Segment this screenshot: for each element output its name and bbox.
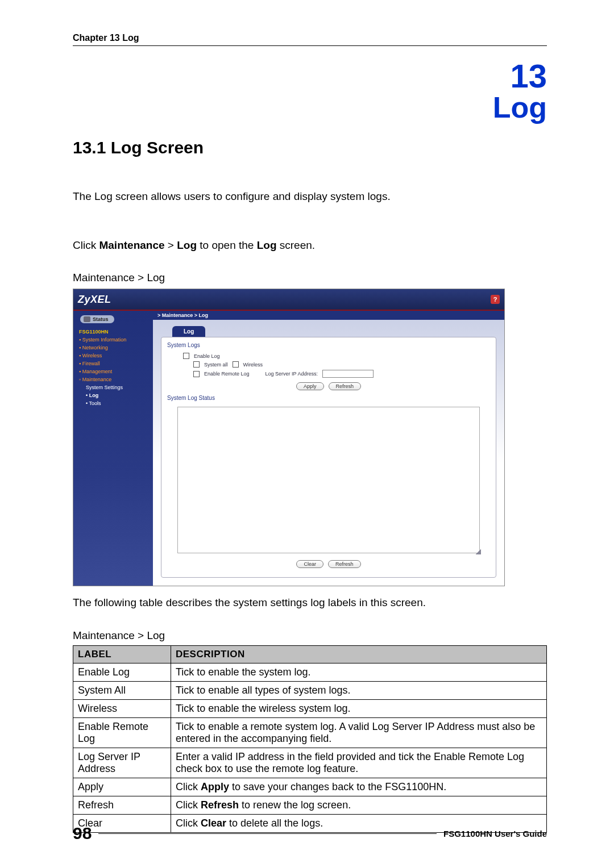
text: screen. bbox=[277, 239, 316, 251]
text: Click bbox=[176, 799, 201, 811]
sidebar-sub-tools[interactable]: • Tools bbox=[76, 399, 151, 407]
logo-bar: ZyXEL ? bbox=[73, 289, 504, 311]
label: Management bbox=[82, 369, 113, 374]
table-row: Log Server IP Address Enter a valid IP a… bbox=[73, 748, 547, 778]
footer-rule bbox=[98, 833, 437, 834]
bold: Refresh bbox=[201, 799, 239, 811]
sidebar-item-networking[interactable]: ▪ Networking bbox=[76, 344, 151, 352]
bold: Apply bbox=[201, 781, 229, 792]
cell-desc: Tick to enable the wireless system log. bbox=[171, 699, 547, 717]
sidebar: Status FSG1100HN ▪ System Information ▪ … bbox=[73, 311, 153, 586]
label: Networking bbox=[82, 345, 108, 350]
system-log-status-heading: System Log Status bbox=[167, 395, 490, 401]
wireless-label: Wireless bbox=[243, 362, 263, 368]
server-ip-input[interactable] bbox=[322, 370, 374, 378]
log-bold: Log bbox=[177, 239, 197, 251]
main-area: > Maintenance > Log Log System Logs Enab… bbox=[153, 311, 504, 586]
panel: System Logs Enable Log System all Wirele… bbox=[161, 337, 496, 578]
text: > bbox=[165, 239, 177, 251]
text: to renew the log screen. bbox=[239, 799, 351, 811]
table-row: System All Tick to enable all types of s… bbox=[73, 681, 547, 699]
tab-log[interactable]: Log bbox=[172, 326, 205, 337]
description-table: LABEL DESCRIPTION Enable Log Tick to ena… bbox=[73, 645, 547, 833]
intro-paragraph: The Log screen allows users to configure… bbox=[73, 189, 547, 204]
enable-log-checkbox[interactable] bbox=[183, 353, 189, 359]
th-label: LABEL bbox=[73, 645, 171, 663]
label: System Information bbox=[82, 337, 127, 343]
cell-label: Enable Log bbox=[73, 663, 171, 681]
chapter-title: Log bbox=[73, 93, 547, 122]
table-row: Apply Click Apply to save your changes b… bbox=[73, 778, 547, 796]
cell-desc: Click Apply to save your changes back to… bbox=[171, 778, 547, 796]
cell-label: Log Server IP Address bbox=[73, 748, 171, 778]
label: Maintenance bbox=[82, 377, 112, 382]
cell-desc: Click Refresh to renew the log screen. bbox=[171, 796, 547, 814]
cell-label: System All bbox=[73, 681, 171, 699]
cell-desc: Tick to enable all types of system logs. bbox=[171, 681, 547, 699]
system-all-checkbox[interactable] bbox=[193, 361, 200, 368]
guide-name: FSG1100HN User's Guide bbox=[437, 829, 547, 838]
label: Wireless bbox=[82, 353, 102, 358]
refresh2-button[interactable]: Refresh bbox=[328, 560, 361, 568]
text: to open the bbox=[197, 239, 257, 251]
figure-caption: Maintenance > Log bbox=[73, 272, 547, 284]
maintenance-bold: Maintenance bbox=[99, 239, 164, 251]
running-header: Chapter 13 Log bbox=[73, 33, 547, 46]
table-row: Refresh Click Refresh to renew the log s… bbox=[73, 796, 547, 814]
click-instruction: Click Maintenance > Log to open the Log … bbox=[73, 238, 547, 253]
row-enable-log: Enable Log bbox=[167, 352, 490, 360]
apply-button[interactable]: Apply bbox=[296, 382, 324, 390]
refresh-button[interactable]: Refresh bbox=[329, 382, 362, 390]
system-logs-heading: System Logs bbox=[167, 342, 490, 348]
following-paragraph: The following table describes the system… bbox=[73, 595, 547, 610]
screenshot-body: Status FSG1100HN ▪ System Information ▪ … bbox=[73, 311, 504, 586]
cell-label: Apply bbox=[73, 778, 171, 796]
text: Click bbox=[176, 781, 201, 792]
cell-desc: Tick to enable the system log. bbox=[171, 663, 547, 681]
row-categories: System all Wireless bbox=[167, 360, 490, 369]
screenshot: ZyXEL ? Status FSG1100HN ▪ System Inform… bbox=[73, 289, 505, 586]
cell-label: Wireless bbox=[73, 699, 171, 717]
chapter-number: 13 bbox=[73, 60, 547, 93]
th-description: DESCRIPTION bbox=[171, 645, 547, 663]
cell-desc: Enter a valid IP address in the field pr… bbox=[171, 748, 547, 778]
section-title: 13.1 Log Screen bbox=[73, 138, 547, 157]
table-row: Wireless Tick to enable the wireless sys… bbox=[73, 699, 547, 717]
wireless-checkbox[interactable] bbox=[233, 361, 239, 368]
button-row-1: Apply Refresh bbox=[167, 382, 490, 390]
sidebar-model: FSG1100HN bbox=[76, 328, 151, 336]
sidebar-item-wireless[interactable]: ▪ Wireless bbox=[76, 352, 151, 360]
table-caption: Maintenance > Log bbox=[73, 629, 547, 642]
sidebar-item-management[interactable]: ▪ Management bbox=[76, 368, 151, 375]
cell-label: Refresh bbox=[73, 796, 171, 814]
row-remote: Enable Remote Log Log Server IP Address: bbox=[167, 369, 490, 379]
sidebar-sub-log[interactable]: • Log bbox=[76, 391, 151, 399]
label: Firewall bbox=[82, 361, 100, 366]
page-number: 98 bbox=[73, 824, 98, 843]
sidebar-item-sysinfo[interactable]: ▪ System Information bbox=[76, 336, 151, 344]
help-icon[interactable]: ? bbox=[491, 295, 500, 304]
enable-remote-label: Enable Remote Log bbox=[204, 371, 250, 377]
enable-log-label: Enable Log bbox=[194, 353, 220, 359]
sidebar-item-maintenance[interactable]: ▫ Maintenance bbox=[76, 375, 151, 383]
page-footer: 98 FSG1100HN User's Guide bbox=[73, 824, 547, 843]
breadcrumb: > Maintenance > Log bbox=[153, 311, 504, 320]
status-pill[interactable]: Status bbox=[80, 315, 114, 323]
label: Tools bbox=[89, 400, 101, 406]
sidebar-sub-syssettings[interactable]: System Settings bbox=[76, 383, 151, 391]
system-all-label: System all bbox=[204, 362, 228, 368]
log-status-textarea[interactable] bbox=[177, 407, 480, 553]
button-row-2: Clear Refresh bbox=[167, 560, 490, 568]
zyxel-logo: ZyXEL bbox=[78, 294, 111, 306]
server-ip-label: Log Server IP Address: bbox=[265, 371, 318, 377]
cell-desc: Tick to enable a remote system log. A va… bbox=[171, 717, 547, 748]
sidebar-item-firewall[interactable]: ▪ Firewall bbox=[76, 360, 151, 368]
table-row: Enable Remote Log Tick to enable a remot… bbox=[73, 717, 547, 748]
log-bold-2: Log bbox=[257, 239, 277, 251]
cell-label: Enable Remote Log bbox=[73, 717, 171, 748]
text: to save your changes back to the FSG1100… bbox=[229, 781, 446, 792]
clear-button[interactable]: Clear bbox=[296, 560, 323, 568]
enable-remote-checkbox[interactable] bbox=[193, 371, 200, 377]
label: Log bbox=[89, 393, 99, 398]
table-row: Enable Log Tick to enable the system log… bbox=[73, 663, 547, 681]
